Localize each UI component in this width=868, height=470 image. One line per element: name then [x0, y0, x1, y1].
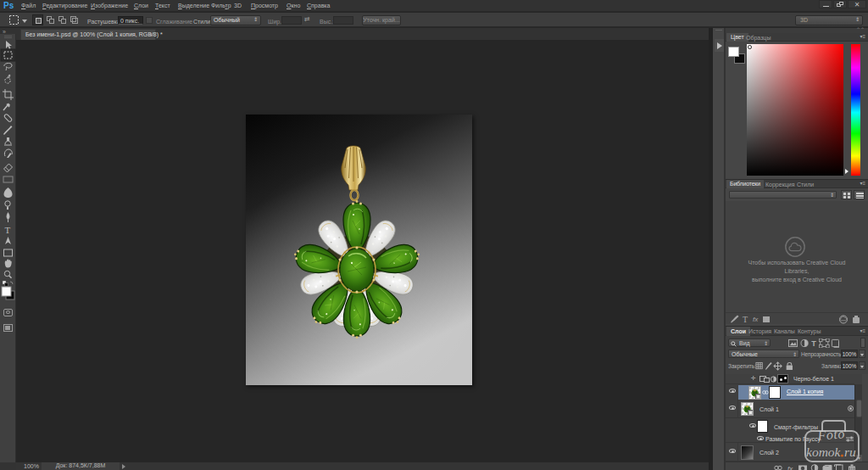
svg-text:T: T: [5, 225, 11, 235]
svg-text:fx: fx: [787, 465, 793, 470]
svg-text:T: T: [811, 339, 816, 348]
svg-text:T: T: [743, 315, 748, 324]
svg-text:fx: fx: [753, 316, 759, 323]
